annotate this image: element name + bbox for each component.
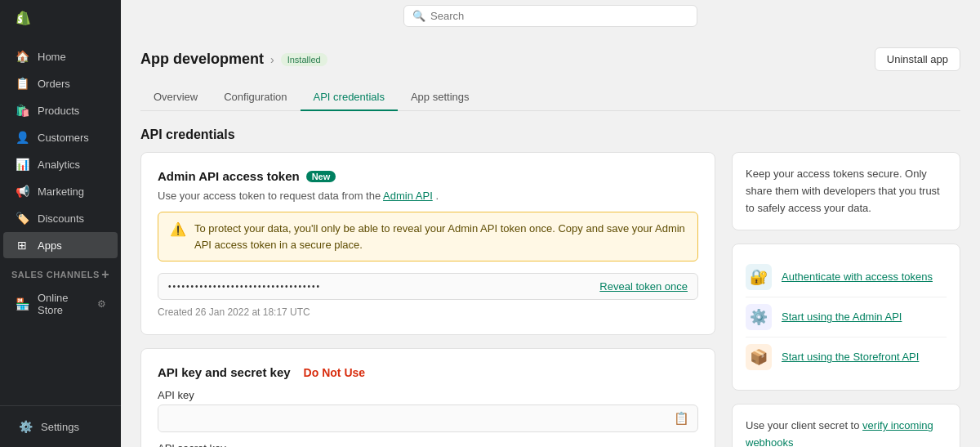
security-note-card: Keep your access tokens secure. Only sha… — [732, 152, 960, 230]
sidebar-item-home[interactable]: 🏠 Home — [3, 43, 118, 69]
api-key-card-title: API key and secret key Do Not Use — [158, 365, 698, 379]
sidebar-item-customers-label: Customers — [38, 132, 89, 144]
api-key-title-text: API key and secret key — [158, 365, 291, 379]
shopify-logo-icon — [11, 10, 34, 33]
main-content: App development › Installed Uninstall ap… — [121, 31, 980, 447]
api-key-input[interactable] — [158, 406, 666, 431]
sidebar-item-analytics-label: Analytics — [38, 159, 80, 171]
sidebar-item-marketing[interactable]: 📢 Marketing — [3, 178, 118, 204]
marketing-icon: 📢 — [15, 184, 29, 199]
customers-icon: 👤 — [15, 130, 29, 145]
token-created-text: Created 26 Jan 2022 at 18:17 UTC — [158, 306, 698, 318]
sidebar-item-discounts-label: Discounts — [38, 212, 84, 225]
api-secret-label: API secret key — [158, 442, 698, 447]
sidebar-item-analytics[interactable]: 📊 Analytics — [3, 151, 118, 177]
sidebar-item-home-label: Home — [38, 51, 66, 63]
admin-api-start-link[interactable]: Start using the Admin API — [782, 309, 902, 326]
add-channel-icon[interactable]: + — [101, 267, 109, 282]
products-icon: 🛍️ — [15, 103, 29, 118]
api-key-copy-button[interactable]: 📋 — [666, 405, 697, 431]
sidebar-item-marketing-label: Marketing — [38, 186, 84, 198]
token-dots: •••••••••••••••••••••••••••••••••• — [168, 282, 321, 291]
sidebar-item-apps-label: Apps — [38, 239, 62, 252]
analytics-icon: 📊 — [15, 157, 29, 172]
help-link-authenticate: 🔐 Authenticate with access tokens — [746, 257, 947, 297]
sidebar-logo — [0, 0, 121, 42]
warning-text: To protect your data, you'll only be abl… — [194, 221, 686, 253]
home-icon: 🏠 — [15, 49, 29, 64]
storefront-api-start-link[interactable]: Start using the Storefront API — [782, 349, 919, 366]
sidebar-item-customers[interactable]: 👤 Customers — [3, 124, 118, 150]
page-title-area: App development › Installed — [140, 51, 327, 68]
right-panel: Keep your access tokens secure. Only sha… — [732, 152, 960, 447]
uninstall-app-button[interactable]: Uninstall app — [875, 47, 960, 71]
online-store-settings-icon[interactable]: ⚙ — [97, 298, 106, 310]
search-bar[interactable]: 🔍 — [403, 5, 697, 27]
new-badge: New — [306, 171, 336, 182]
warning-box: ⚠️ To protect your data, you'll only be … — [158, 212, 698, 261]
token-row: •••••••••••••••••••••••••••••••••• Revea… — [158, 273, 698, 300]
storefront-api-icon: 📦 — [746, 344, 772, 370]
apps-icon: ⊞ — [15, 238, 29, 253]
tabs-bar: Overview Configuration API credentials A… — [140, 84, 960, 111]
webhook-note-before: Use your client secret to — [746, 419, 859, 431]
security-note-text: Keep your access tokens secure. Only sha… — [746, 166, 947, 217]
sidebar-item-discounts[interactable]: 🏷️ Discounts — [3, 205, 118, 231]
authenticate-link[interactable]: Authenticate with access tokens — [782, 269, 933, 286]
tab-configuration[interactable]: Configuration — [211, 84, 300, 111]
admin-api-link[interactable]: Admin API — [383, 190, 433, 202]
sidebar-item-orders[interactable]: 📋 Orders — [3, 70, 118, 96]
sidebar-item-online-store[interactable]: 🏪 Online Store ⚙ — [3, 286, 118, 322]
installed-badge: Installed — [281, 53, 327, 66]
reveal-token-button[interactable]: Reveal token once — [599, 280, 688, 293]
left-column: Admin API access token New Use your acce… — [140, 152, 715, 447]
warning-icon: ⚠️ — [170, 221, 186, 253]
tab-overview[interactable]: Overview — [140, 84, 211, 111]
admin-token-title-text: Admin API access token — [158, 169, 300, 183]
api-key-card: API key and secret key Do Not Use API ke… — [140, 348, 715, 447]
api-key-field-row: 📋 — [158, 405, 698, 432]
sidebar-item-apps[interactable]: ⊞ Apps — [3, 232, 118, 258]
page-header: App development › Installed Uninstall ap… — [140, 47, 960, 71]
help-links-card: 🔐 Authenticate with access tokens ⚙️ Sta… — [732, 244, 960, 391]
sidebar: 🏠 Home 📋 Orders 🛍️ Products 👤 Customers … — [0, 0, 121, 447]
admin-token-card: Admin API access token New Use your acce… — [140, 152, 715, 335]
search-icon: 🔍 — [412, 10, 425, 22]
do-not-use-label: Do Not Use — [304, 366, 365, 379]
breadcrumb-arrow-icon: › — [270, 53, 274, 66]
sidebar-item-settings[interactable]: ⚙️ Settings — [7, 413, 114, 440]
tab-api-credentials[interactable]: API credentials — [301, 84, 398, 111]
sidebar-item-orders-label: Orders — [38, 78, 70, 90]
webhook-card: Use your client secret to verify incomin… — [732, 404, 960, 447]
section-title: API credentials — [140, 127, 960, 142]
content-grid: Admin API access token New Use your acce… — [140, 152, 960, 447]
sidebar-item-products[interactable]: 🛍️ Products — [3, 97, 118, 123]
page-title: App development — [140, 51, 264, 68]
sidebar-item-products-label: Products — [38, 105, 79, 117]
topbar: 🔍 — [121, 0, 980, 31]
api-key-label: API key — [158, 389, 698, 401]
admin-api-icon: ⚙️ — [746, 304, 772, 330]
authenticate-icon: 🔐 — [746, 264, 772, 290]
channels-section-header: SALES CHANNELS + — [0, 259, 121, 285]
online-store-icon: 🏪 — [15, 297, 29, 311]
sidebar-item-settings-label: Settings — [41, 421, 79, 433]
sidebar-navigation: 🏠 Home 📋 Orders 🛍️ Products 👤 Customers … — [0, 42, 121, 405]
sidebar-item-online-store-label: Online Store — [38, 292, 89, 316]
channels-header-label: SALES CHANNELS — [11, 270, 100, 279]
help-link-storefront-api: 📦 Start using the Storefront API — [746, 337, 947, 377]
search-input[interactable] — [430, 10, 688, 22]
settings-icon: ⚙️ — [18, 419, 33, 434]
help-link-admin-api: ⚙️ Start using the Admin API — [746, 297, 947, 337]
discounts-icon: 🏷️ — [15, 211, 29, 226]
sidebar-footer: ⚙️ Settings — [0, 405, 121, 447]
orders-icon: 📋 — [15, 76, 29, 91]
tab-app-settings[interactable]: App settings — [398, 84, 483, 111]
admin-token-card-title: Admin API access token New — [158, 169, 698, 183]
admin-token-description: Use your access token to request data fr… — [158, 190, 698, 202]
